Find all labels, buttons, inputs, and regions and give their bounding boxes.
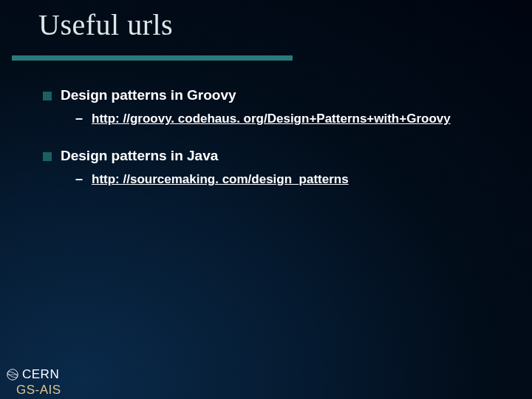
bullet-icon bbox=[43, 152, 52, 161]
link-groovy-patterns[interactable]: http: //groovy. codehaus. org/Design+Pat… bbox=[92, 111, 451, 127]
dash-icon: – bbox=[75, 111, 83, 127]
footer-org-name: CERN bbox=[22, 367, 59, 382]
title-underline bbox=[12, 55, 293, 61]
bullet-item-groovy: Design patterns in Groovy – http: //groo… bbox=[43, 87, 517, 127]
bullet-icon bbox=[43, 92, 52, 100]
sub-bullet: – http: //sourcemaking. com/design_patte… bbox=[43, 164, 517, 188]
content-area: Design patterns in Groovy – http: //groo… bbox=[0, 61, 532, 188]
bullet-heading: Design patterns in Java bbox=[43, 148, 517, 164]
sub-bullet: – http: //groovy. codehaus. org/Design+P… bbox=[43, 103, 517, 127]
bullet-item-java: Design patterns in Java – http: //source… bbox=[43, 148, 517, 188]
dash-icon: – bbox=[75, 171, 83, 188]
bullet-label: Design patterns in Java bbox=[61, 148, 218, 164]
bullet-heading: Design patterns in Groovy bbox=[43, 87, 517, 103]
cern-logo-icon bbox=[6, 368, 19, 381]
link-java-patterns[interactable]: http: //sourcemaking. com/design_pattern… bbox=[92, 171, 349, 188]
slide: Useful urls Design patterns in Groovy – … bbox=[0, 0, 532, 399]
footer: CERN GS-AIS bbox=[6, 367, 61, 399]
bullet-label: Design patterns in Groovy bbox=[61, 87, 236, 103]
footer-org-row: CERN bbox=[6, 367, 61, 382]
footer-dept: GS-AIS bbox=[6, 382, 61, 399]
slide-title: Useful urls bbox=[0, 0, 532, 42]
